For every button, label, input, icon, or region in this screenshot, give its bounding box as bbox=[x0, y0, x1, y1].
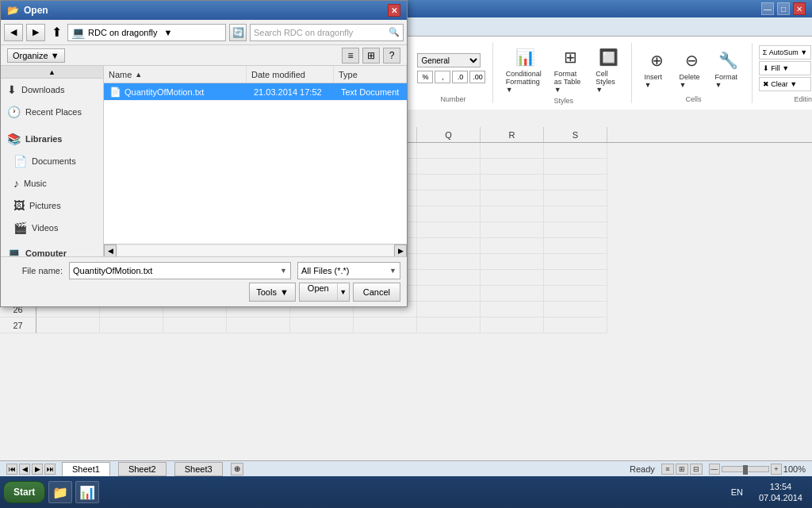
cell[interactable] bbox=[163, 318, 227, 333]
scrollbar-track[interactable] bbox=[118, 246, 393, 256]
taskbar-explorer-icon[interactable]: 📁 bbox=[48, 481, 72, 503]
sheet-next-btn[interactable]: ▶ bbox=[32, 464, 43, 475]
cell[interactable] bbox=[417, 190, 481, 206]
dialog-close-button[interactable]: ✕ bbox=[388, 4, 400, 17]
col-header-r[interactable]: R bbox=[481, 127, 544, 142]
col-header-q[interactable]: Q bbox=[417, 127, 481, 142]
number-format-select[interactable]: General bbox=[417, 53, 481, 67]
file-item-quantityofmotion[interactable]: 📄 QuantityOfMotion.txt 21.03.2014 17:52 … bbox=[104, 83, 407, 101]
format-as-table-btn[interactable]: ⊞ Formatas Table ▼ bbox=[551, 43, 589, 95]
cell[interactable] bbox=[481, 143, 544, 159]
cell[interactable] bbox=[100, 318, 163, 333]
clear-btn[interactable]: ✖ Clear ▼ bbox=[759, 77, 812, 91]
cell[interactable] bbox=[417, 159, 481, 175]
cell[interactable] bbox=[481, 206, 544, 222]
col-header-s[interactable]: S bbox=[544, 127, 607, 142]
cell[interactable] bbox=[417, 143, 481, 159]
list-view-btn[interactable]: ≡ bbox=[342, 48, 359, 64]
sidebar-item-documents[interactable]: 📄 Documents bbox=[1, 150, 103, 172]
cell[interactable] bbox=[544, 175, 607, 190]
conditional-formatting-btn[interactable]: 📊 ConditionalFormatting ▼ bbox=[503, 43, 548, 95]
sheet-tab-sheet1[interactable]: Sheet1 bbox=[62, 462, 110, 476]
sheet-tab-sheet3[interactable]: Sheet3 bbox=[174, 462, 223, 476]
sidebar-item-recent-places[interactable]: 🕐 Recent Places bbox=[1, 101, 103, 123]
normal-view-btn[interactable]: ≡ bbox=[661, 464, 674, 475]
cell[interactable] bbox=[544, 318, 607, 333]
horizontal-scrollbar[interactable]: ◀ ▶ bbox=[104, 244, 407, 256]
cell[interactable] bbox=[417, 286, 481, 302]
cell-styles-btn[interactable]: 🔲 CellStyles ▼ bbox=[592, 43, 624, 95]
tools-button[interactable]: Tools ▼ bbox=[249, 283, 296, 302]
cell[interactable] bbox=[544, 206, 607, 222]
cell[interactable] bbox=[544, 270, 607, 286]
cell[interactable] bbox=[227, 318, 290, 333]
details-view-btn[interactable]: ⊞ bbox=[362, 48, 380, 64]
cell[interactable] bbox=[544, 159, 607, 175]
autosum-btn[interactable]: Σ AutoSum ▼ bbox=[759, 45, 812, 60]
fill-btn[interactable]: ⬇ Fill ▼ bbox=[759, 61, 812, 75]
scroll-right-btn[interactable]: ▶ bbox=[394, 244, 407, 257]
cell[interactable] bbox=[481, 190, 544, 206]
refresh-button[interactable]: 🔄 bbox=[229, 24, 247, 41]
sidebar-item-videos[interactable]: 🎬 Videos bbox=[1, 217, 103, 239]
minimize-button[interactable]: — bbox=[761, 2, 774, 15]
col-header-type[interactable]: Type bbox=[334, 66, 407, 83]
nav-forward-button[interactable]: ▶ bbox=[26, 24, 45, 41]
insert-btn[interactable]: ⊕ Insert ▼ bbox=[642, 46, 673, 90]
cell[interactable] bbox=[417, 302, 481, 318]
cell[interactable] bbox=[544, 238, 607, 254]
delete-btn[interactable]: ⊖ Delete ▼ bbox=[676, 46, 709, 90]
cell[interactable] bbox=[290, 318, 354, 333]
nav-back-button[interactable]: ◀ bbox=[4, 24, 23, 41]
sheet-prev-btn[interactable]: ◀ bbox=[19, 464, 30, 475]
cell[interactable] bbox=[481, 302, 544, 318]
sidebar-item-pictures[interactable]: 🖼 Pictures bbox=[1, 194, 103, 217]
cell[interactable] bbox=[544, 143, 607, 159]
sheet-last-btn[interactable]: ⏭ bbox=[44, 464, 56, 475]
filename-combo[interactable]: QuantityOfMotion.txt ▼ bbox=[69, 262, 291, 279]
decrease-decimal-btn[interactable]: .00 bbox=[469, 71, 485, 83]
format-btn[interactable]: 🔧 Format ▼ bbox=[711, 46, 745, 90]
cell[interactable] bbox=[417, 270, 481, 286]
cell[interactable] bbox=[481, 286, 544, 302]
zoom-out-btn[interactable]: — bbox=[709, 464, 720, 475]
cell[interactable] bbox=[544, 302, 607, 318]
cancel-button[interactable]: Cancel bbox=[353, 283, 400, 302]
percent-btn[interactable]: % bbox=[417, 71, 433, 83]
cell[interactable] bbox=[481, 318, 544, 333]
comma-btn[interactable]: , bbox=[435, 71, 450, 83]
taskbar-excel-icon[interactable]: 📊 bbox=[75, 481, 99, 503]
cell[interactable] bbox=[417, 254, 481, 270]
open-dropdown-btn[interactable]: ▼ bbox=[337, 283, 350, 302]
cell[interactable] bbox=[481, 222, 544, 238]
cell[interactable] bbox=[544, 286, 607, 302]
cell[interactable] bbox=[544, 190, 607, 206]
cell[interactable] bbox=[544, 222, 607, 238]
filetype-combo[interactable]: All Files (*.*) ▼ bbox=[297, 262, 400, 279]
zoom-slider[interactable] bbox=[722, 466, 769, 472]
page-layout-view-btn[interactable]: ⊞ bbox=[676, 464, 688, 475]
sidebar-item-libraries[interactable]: 📚 Libraries bbox=[1, 128, 103, 150]
cell[interactable] bbox=[417, 175, 481, 190]
help-btn[interactable]: ? bbox=[383, 48, 400, 64]
open-button[interactable]: Open bbox=[299, 283, 337, 302]
cell[interactable] bbox=[481, 238, 544, 254]
insert-sheet-btn[interactable]: ⊕ bbox=[231, 463, 243, 475]
search-box[interactable]: Search RDC on dragonfly 🔍 bbox=[250, 24, 404, 41]
cell[interactable] bbox=[417, 222, 481, 238]
path-combo[interactable]: 💻 RDC on dragonfly ▼ bbox=[67, 24, 226, 41]
start-button[interactable]: Start bbox=[3, 481, 45, 503]
zoom-in-btn[interactable]: + bbox=[771, 464, 782, 475]
cell[interactable] bbox=[544, 254, 607, 270]
sidebar-scroll-up-btn[interactable]: ▲ bbox=[1, 66, 103, 79]
scroll-left-btn[interactable]: ◀ bbox=[104, 244, 117, 257]
cell[interactable] bbox=[481, 159, 544, 175]
cell[interactable] bbox=[481, 175, 544, 190]
cell[interactable] bbox=[481, 270, 544, 286]
cell[interactable] bbox=[354, 318, 417, 333]
close-button[interactable]: ✕ bbox=[793, 2, 806, 15]
sidebar-item-computer[interactable]: 💻 Computer bbox=[1, 242, 103, 256]
cell[interactable] bbox=[417, 206, 481, 222]
cell[interactable] bbox=[417, 318, 481, 333]
col-header-date[interactable]: Date modified bbox=[247, 66, 334, 83]
